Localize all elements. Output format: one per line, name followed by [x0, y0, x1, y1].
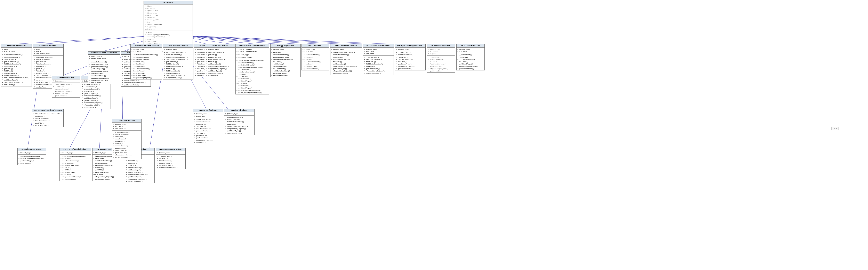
box-header-IPDItemBlockGUI: IPDItemBlockGUI: [112, 119, 141, 123]
box-section-IChatRoomBlockGUI-0: # $block_type: [52, 79, 80, 83]
box-section-ICalendarSelectionBlockGUI-1: + ICalendarSelectionBlockGUI() + setBloc…: [32, 112, 63, 127]
box-header-ICalendarBlockGUI: ICalendarBlockGUI: [33, 44, 63, 48]
box-IWikiFunctionsBlockGUI: IWikiFunctionsBlockGUI # $block_type # $…: [363, 44, 394, 75]
box-section-IPDMAILBlockGUI-0: # $block_type: [205, 48, 235, 51]
box-IPDChatBlockGUI: IPDChatBlockGUI # $block_type + executeC…: [224, 109, 254, 135]
box-header-IPDSysMessageBlockGUI: IPDSysMessageBlockGUI: [156, 148, 185, 151]
box-section-IPDChatBlockGUI-1: + executeCommand() + fillContent() + fil…: [224, 115, 254, 135]
svg-line-16: [168, 35, 369, 44]
box-header-ICalendarSelectionBlockGUI: ICalendarSelectionBlockGUI: [32, 109, 63, 112]
box-IWikiSideBlockGUI: IWikiSideBlockGUI # $block_type # $it_da…: [456, 44, 485, 71]
box-IExternalFeedBlockGUIGen: IExternalFeedBlockGUIGen # $gui_object #…: [88, 51, 120, 84]
box-section-IPDTaggingBlockGUI-1: + getHTML() + executeCommand() + addDoWo…: [271, 51, 301, 77]
box-section-IPDNotesBlockGUI-1: + IPDNotesBlockGUI() + executeCommand() …: [193, 118, 223, 144]
box-section-IFBilBlockGUI-1: + executeCommand() + getUsers() + getHTM…: [302, 53, 329, 70]
box-section-IPDTaggingBlockGUI-0: # $block_type: [271, 48, 301, 51]
box-section-IPDSysMessageBlockGUI-1: + __construct() + getHTML() + fillConten…: [156, 154, 185, 169]
box-section-IBookmarkBlockGUI-0: # $txt # $block_type: [1, 48, 32, 53]
box-IIExternalFeedBlockGUI: IIExternalFeedBlockGUI # $block_type + I…: [60, 148, 91, 181]
box-section-IPDItemBlockGUI-1: + IPDItemBlockGUI() + executeCommand() +…: [112, 130, 141, 159]
box-header-INewsForContextBlockGUI: INewsForContextBlockGUI: [131, 44, 162, 48]
box-IPDContentBlockGUI: IPDContentBlockGUI # $block_type + IPDCo…: [163, 44, 193, 79]
box-IPDMAILBlockGUI: IPDMAILBlockGUI # $block_type + executeC…: [205, 44, 235, 77]
box-section-IPDCalendarBlockGUI-0: # $block_type: [18, 151, 46, 154]
box-IPDSysMessageBlockGUI: IPDSysMessageBlockGUI # $block_type + __…: [156, 148, 186, 169]
box-section-IlkImportantPageBlockGUI-0: # $block_type: [395, 48, 425, 51]
box-section-IPDChatBlockGUI-0: # $block_type: [224, 112, 254, 115]
box-header-IFBilBlockGUI: IFBilBlockGUI: [302, 44, 329, 48]
box-IBookmarkBlockGUI: IBookmarkBlockGUI # $txt # $block_type +…: [1, 44, 32, 86]
box-header-IBookmarkBlockGUI: IBookmarkBlockGUI: [1, 44, 32, 48]
box-header-IExternalFeedBlockGUIGen: IExternalFeedBlockGUIGen: [88, 52, 120, 55]
box-section-IExternalFeedBlockGUIGen-1: + executeCommand() + setFormEditMode() +…: [88, 60, 120, 84]
box-IChatRoomBlockGUI: IChatRoomBlockGUI # $block_type + IChatR…: [52, 76, 81, 98]
box-section-IPDSysMessageBlockGUI-0: # $block_type: [156, 151, 185, 154]
box-IPDTaggingBlockGUI: IPDTaggingBlockGUI # $block_type + getHT…: [270, 44, 301, 77]
box-section-IFBilBlockGUI-0: # $block_type # $pt_block: [302, 48, 329, 53]
type-label: type: [832, 127, 838, 130]
box-section-IChatRoomBlockGUI-1: + IChatRoomBlockGUI() + __construct() + …: [52, 83, 80, 97]
box-header-IWikiFunctionsBlockGUI: IWikiFunctionsBlockGUI: [363, 44, 394, 48]
box-IPDItemBlockGUI: IPDItemBlockGUI # $block_type # $it_data…: [112, 119, 142, 159]
box-section-IPDContentBlockGUI-1: + IPDContentBlockGUI() + executeCommand(…: [163, 51, 193, 79]
box-IPDCalendarBlockGUI: IPDCalendarBlockGUI # $block_type + IPDC…: [18, 148, 46, 165]
box-ICalendarSelectionBlockGUI: ICalendarSelectionBlockGUI + ICalendarSe…: [32, 109, 64, 127]
box-IPDNotesBlockGUI: IPDNotesBlockGUI # $block_type # $note_g…: [193, 109, 223, 144]
box-section-IPDMAILBlockGUI-1: + executeCommand() + getHTML() + fillCon…: [205, 51, 235, 77]
box-header-IChatRoomBlockGUI: IChatRoomBlockGUI: [52, 76, 80, 79]
box-section-INewsForContextBlockGUI-0: # $block_type # $it_data: [131, 48, 162, 53]
box-section-IWikiSideBlockGUI-0: # $block_type # $it_data: [457, 48, 485, 53]
box-section-IIExternalFeedBlockGUI-1: + IIExternalFeedBlockGUI() + getBlock() …: [60, 154, 91, 181]
box-section-ICalendarBlockGUI-0: # $txt # $data # $calendar_mode: [33, 48, 63, 55]
box-header-IPDNotesBlockGUI: IPDNotesBlockGUI: [193, 109, 223, 112]
box-header-IPDCalendarBlockGUI: IPDCalendarBlockGUI: [18, 148, 46, 151]
box-header-IBlockGUI: IBlockGUI: [144, 1, 193, 4]
box-section-INewsForContextBlockGUI-1: + INewsForContextBlockGUI() + setFormEdi…: [131, 53, 162, 79]
box-section-IExternalFeedBlockGUIGen-0: # $gui_object # $form_edit_mode: [88, 55, 120, 60]
box-section-IDummyBlockGUI-1: + IDummyBlockGUI() + __construct() + exe…: [81, 83, 111, 109]
box-section-IPDSelectedItemsBlockGUI-1: + IPDSelectedItemsBlockGUI() + executeCo…: [236, 59, 269, 94]
box-section-ILearnOnlineBlockGUI-1: + ILearnOnlineBlockGUI() + executeComman…: [331, 51, 362, 75]
box-section-IPDItemBlockGUI-0: # $block_type # $it_data # $ac_results: [112, 123, 141, 130]
box-section-IlkImportantPageBlockGUI-1: + __construct() + executeCommand() + fil…: [395, 51, 425, 70]
box-ILearnOnlineBlockGUI: ILearnOnlineBlockGUI # $block_type + ILe…: [330, 44, 362, 75]
box-IPDSelectedItemsBlockGUI: IPDSelectedItemsBlockGUI + VIEW_MY_OFFER…: [236, 44, 269, 94]
svg-line-17: [168, 35, 394, 44]
box-section-IPDCalendarBlockGUI-1: + IPDCalendarBlockGUI() + returnTypeUppe…: [18, 154, 46, 165]
box-header-IPDChatBlockGUI: IPDChatBlockGUI: [224, 109, 254, 112]
svg-line-23: [122, 86, 123, 119]
svg-line-15: [168, 35, 345, 44]
box-INewsForContextBlockGUI: INewsForContextBlockGUI # $block_type # …: [130, 44, 162, 79]
box-section-IPDNotesBlockGUI-0: # $block_type # $note_gui: [193, 112, 223, 118]
box-header-IPDContentBlockGUI: IPDContentBlockGUI: [163, 44, 193, 48]
box-section-IWikiSearchBlockGUI-0: # $block_type # $it_data # $input: [427, 48, 455, 55]
box-header-IPDSelectedItemsBlockGUI: IPDSelectedItemsBlockGUI: [236, 44, 269, 48]
box-header-IlkImportantPageBlockGUI: IlkImportantPageBlockGUI: [395, 44, 425, 48]
box-section-IPDSelectedItemsBlockGUI-0: # $block_type # $allowed_views: [236, 53, 269, 58]
box-header-ILearnOnlineBlockGUI: ILearnOnlineBlockGUI: [331, 44, 362, 48]
box-header-IIExternalFeedBlockGUI: IIExternalFeedBlockGUI: [60, 148, 91, 151]
box-section-IBookmarkBlockGUI-1: + IBookmarkBlockGUI() + executeCommand()…: [1, 53, 32, 86]
box-IWikiSearchBlockGUI: IWikiSearchBlockGUI # $block_type # $it_…: [427, 44, 455, 73]
box-section-IIExternalFeedBlockGUI-0: # $block_type: [60, 151, 91, 154]
box-section-IPDSelectedItemsBlockGUI-const: + VIEW_MY_OFFERS + VIEW_MY_MEMBERSHIPS: [236, 48, 269, 53]
box-section-IWikiFunctionsBlockGUI-0: # $block_type # $it_data # $it_data: [363, 48, 394, 55]
box-section-IWikiFunctionsBlockGUI-1: + __construct() + executeCommand() + fil…: [363, 55, 394, 75]
box-header-IWikiSideBlockGUI: IWikiSideBlockGUI: [457, 44, 485, 48]
box-header-IWikiSearchBlockGUI: IWikiSearchBlockGUI: [427, 44, 455, 48]
box-section-IWikiSideBlockGUI-1: + __construct() + fillHTML() + fillDataS…: [457, 53, 485, 70]
box-section-ILearnOnlineBlockGUI-0: # $block_type: [331, 48, 362, 51]
box-section-IWikiSearchBlockGUI-1: + __construct() + executeCommand() + fil…: [427, 55, 455, 73]
box-section-IBlockGUI-0: # $data # $clippen # $generalInfo # $det…: [144, 4, 193, 31]
box-header-IPDTaggingBlockGUI: IPDTaggingBlockGUI: [271, 44, 301, 48]
diagram-container: IBlockGUI # $data # $clippen # $generalI…: [0, 0, 868, 270]
box-section-IPDContentBlockGUI-0: # $block_type: [163, 48, 193, 51]
box-header-IPDMAILBlockGUI: IPDMAILBlockGUI: [205, 44, 235, 48]
box-IlkImportantPageBlockGUI: IlkImportantPageBlockGUI # $block_type +…: [395, 44, 426, 71]
box-IFBilBlockGUI: IFBilBlockGUI # $block_type # $pt_block …: [302, 44, 329, 71]
